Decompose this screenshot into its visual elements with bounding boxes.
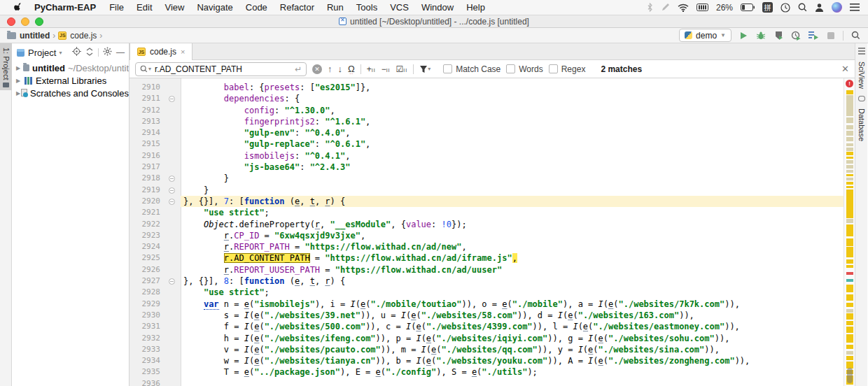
remove-selection-icon[interactable]: −II bbox=[382, 64, 391, 74]
settings-gear-icon[interactable] bbox=[103, 47, 112, 58]
menu-item-run[interactable]: Run bbox=[321, 2, 350, 13]
fold-marker-icon[interactable] bbox=[169, 187, 175, 194]
code-line[interactable]: 2912 config: "^1.30.0", bbox=[130, 105, 844, 116]
menu-item-tools[interactable]: Tools bbox=[350, 2, 384, 13]
run-configuration-select[interactable]: demo ▼ bbox=[679, 29, 732, 42]
notification-center-icon[interactable] bbox=[850, 3, 860, 11]
siri-icon[interactable] bbox=[832, 2, 842, 13]
project-panel-title[interactable]: Project bbox=[28, 48, 56, 58]
tool-windows-grid-icon[interactable] bbox=[858, 48, 865, 55]
fold-marker-icon[interactable] bbox=[169, 176, 175, 182]
code-line[interactable]: 2930 s = I(e("./websites/39.net")), u = … bbox=[130, 310, 844, 321]
menu-item-refactor[interactable]: Refactor bbox=[274, 2, 321, 13]
tree-item-external-libraries[interactable]: ▶ External Libraries bbox=[12, 74, 129, 87]
code-line[interactable]: 2919 } bbox=[130, 185, 844, 196]
code-line[interactable]: 2922 Object.defineProperty(r, "__esModul… bbox=[130, 219, 844, 230]
checkbox-icon[interactable] bbox=[549, 64, 558, 73]
toggle-selection-icon[interactable]: ☑II bbox=[396, 64, 408, 74]
code-line[interactable]: 2931 f = I(e("./websites/500.com")), c =… bbox=[130, 321, 844, 332]
locate-file-icon[interactable] bbox=[72, 47, 81, 58]
tree-item-scratches[interactable]: ▶ Scratches and Consoles bbox=[12, 87, 129, 99]
regex-checkbox[interactable]: Regex bbox=[549, 64, 586, 74]
close-find-bar-icon[interactable]: ✕ bbox=[841, 64, 849, 74]
code-line[interactable]: 2926 r.REPORT_UUSER_PATH = "https://flow… bbox=[130, 264, 844, 276]
tree-item-untitled[interactable]: ▶ untitled~/Desktop/untit bbox=[12, 62, 129, 74]
code-line[interactable]: 2932 h = I(e("./websites/ifeng.com")), p… bbox=[130, 333, 844, 344]
code-line[interactable]: 2924 r.REPORT_PATH = "https://flow.witha… bbox=[130, 241, 844, 252]
clear-search-icon[interactable]: ✕ bbox=[312, 64, 322, 74]
code-line[interactable]: 2936 bbox=[130, 378, 844, 386]
apple-logo-icon[interactable] bbox=[14, 2, 23, 13]
code-line[interactable]: 2927}, {}], 8: [function (e, t, r) { bbox=[130, 276, 844, 287]
code-line[interactable]: 2920}, {}], 7: [function (e, t, r) { bbox=[130, 196, 844, 207]
filter-icon[interactable]: ▾ bbox=[419, 65, 430, 73]
code-line[interactable]: 2918 } bbox=[130, 173, 844, 184]
code-line[interactable]: 2911 dependencies: { bbox=[130, 93, 844, 104]
spotlight-icon[interactable] bbox=[798, 3, 807, 12]
next-occurrence-icon[interactable]: ↓ bbox=[338, 64, 343, 74]
code-line[interactable]: 2913 fingerprintjs2: "^1.6.1", bbox=[130, 116, 844, 127]
editor-tab-codejs[interactable]: JS code.js × bbox=[130, 43, 192, 60]
fold-marker-icon[interactable] bbox=[169, 96, 175, 102]
fold-marker-icon[interactable] bbox=[169, 199, 175, 205]
menu-item-file[interactable]: File bbox=[103, 2, 130, 13]
menu-item-code[interactable]: Code bbox=[239, 2, 274, 13]
run-with-options-button[interactable] bbox=[808, 30, 819, 41]
menu-item-navigate[interactable]: Navigate bbox=[190, 2, 239, 13]
match-case-checkbox[interactable]: Match Case bbox=[443, 64, 500, 74]
code-line[interactable]: 2917 "js-base64": "^2.4.3" bbox=[130, 162, 844, 173]
run-with-coverage-button[interactable] bbox=[773, 30, 784, 41]
code-line[interactable]: 2928 "use strict"; bbox=[130, 287, 844, 298]
code-line[interactable]: 2914 "gulp-env": "^0.4.0", bbox=[130, 127, 844, 138]
menu-item-help[interactable]: Help bbox=[460, 2, 491, 13]
close-tab-icon[interactable]: × bbox=[181, 48, 185, 56]
run-button[interactable] bbox=[738, 30, 749, 41]
inspections-error-badge[interactable]: ! bbox=[846, 80, 853, 87]
code-line[interactable]: 2915 "gulp-replace": "^0.6.1", bbox=[130, 138, 844, 150]
gauge-icon[interactable] bbox=[696, 3, 708, 11]
clock-icon[interactable] bbox=[780, 3, 790, 13]
code-line[interactable]: 2923 r.CP_ID = "6xw4qsxjd9v3jxe", bbox=[130, 230, 844, 241]
select-all-occurrences-icon[interactable]: Ω bbox=[348, 64, 355, 74]
breadcrumb-untitled[interactable]: untitled bbox=[7, 31, 50, 41]
search-icon[interactable]: ▾ bbox=[140, 65, 151, 73]
code-editor[interactable]: 2910 babel: {presets: ["es2015"]},2911 d… bbox=[130, 78, 844, 386]
stop-button[interactable] bbox=[825, 30, 836, 41]
previous-occurrence-icon[interactable]: ↑ bbox=[328, 64, 332, 74]
checkbox-icon[interactable] bbox=[506, 64, 515, 73]
expand-chevron-icon[interactable]: ▶ bbox=[16, 90, 20, 96]
expand-chevron-icon[interactable]: ▶ bbox=[16, 65, 20, 71]
tool-window-tab-project[interactable]: 1: Project bbox=[0, 43, 12, 90]
hide-panel-icon[interactable]: — bbox=[116, 48, 125, 57]
wifi-icon[interactable] bbox=[678, 3, 689, 12]
tool-window-tab-database[interactable]: Database bbox=[858, 108, 866, 141]
checkbox-icon[interactable] bbox=[443, 64, 452, 73]
add-selection-icon[interactable]: +II bbox=[367, 64, 376, 74]
menu-item-view[interactable]: View bbox=[159, 2, 191, 13]
battery-icon[interactable] bbox=[741, 3, 755, 11]
chevron-down-icon[interactable]: ▾ bbox=[59, 50, 62, 56]
search-input[interactable]: ▾ r.AD_CONTENT_PATH ↵ bbox=[135, 62, 307, 76]
breadcrumb-codejs[interactable]: JS code.js bbox=[58, 31, 97, 41]
input-method-icon[interactable]: 拼 bbox=[762, 2, 773, 13]
collapse-all-icon[interactable] bbox=[85, 48, 94, 58]
tool-window-tab-sciview[interactable]: SciView bbox=[858, 62, 866, 89]
menu-item-window[interactable]: Window bbox=[415, 2, 460, 13]
code-line[interactable]: 2910 babel: {presets: ["es2015"]}, bbox=[130, 82, 844, 93]
debug-button[interactable] bbox=[755, 30, 766, 41]
editor-scrollbar[interactable]: ! bbox=[844, 78, 855, 386]
scrollbar-thumb[interactable] bbox=[847, 368, 853, 383]
code-line[interactable]: 2921 "use strict"; bbox=[130, 207, 844, 218]
code-line[interactable]: 2929 var n = e("ismobilejs"), i = I(e(".… bbox=[130, 299, 844, 310]
profiler-button[interactable] bbox=[790, 30, 802, 41]
app-name[interactable]: PyCharm-EAP bbox=[34, 2, 96, 13]
words-checkbox[interactable]: Words bbox=[506, 64, 542, 74]
menu-item-edit[interactable]: Edit bbox=[130, 2, 158, 13]
search-everywhere-icon[interactable] bbox=[850, 30, 861, 41]
code-line[interactable]: 2933 v = I(e("./websites/pcauto.com")), … bbox=[130, 344, 844, 355]
user-icon[interactable] bbox=[815, 3, 824, 12]
expand-chevron-icon[interactable]: ▶ bbox=[16, 78, 22, 84]
pencil-icon[interactable] bbox=[661, 3, 670, 12]
code-line[interactable]: 2934 w = I(e("./websites/tianya.cn")), b… bbox=[130, 355, 844, 366]
menu-item-vcs[interactable]: VCS bbox=[384, 2, 415, 13]
